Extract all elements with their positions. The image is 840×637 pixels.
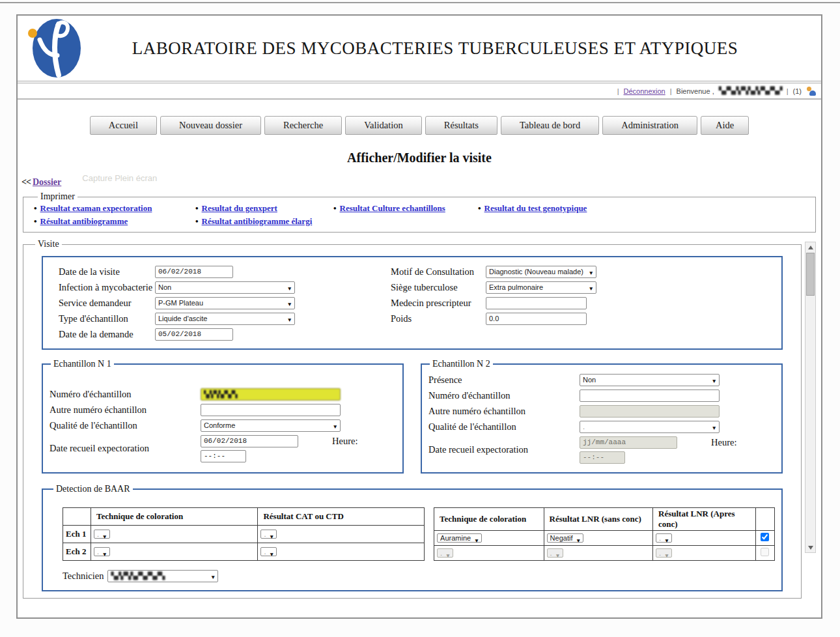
ech2-technique-lnr-select[interactable]: . (437, 548, 453, 558)
imprimer-fieldset: Imprimer Resultat examan expectoration R… (23, 191, 816, 233)
main-nav: Accueil Nouveau dossier Recherche Valida… (18, 116, 821, 135)
ech2-resultat-lnr-apres-select[interactable]: . (656, 548, 672, 558)
lab-title: LABORATOIRE DES MYCOBACTERIES TUBERCULEU… (88, 38, 821, 59)
print-link-antibiogramme-elargi[interactable]: Résultat antibiogramme élargi (202, 216, 313, 226)
visite-scrollbar[interactable] (805, 242, 816, 553)
ech2-numero-label: Numéro d'échantillon (428, 388, 580, 403)
ech2-qualite-select[interactable]: . (580, 421, 720, 433)
baar-header-technique-lnr: Technique de coloration (434, 508, 544, 531)
technicien-select[interactable]: ▚▞▞▚▚▞▚▞▚▞▚ (107, 570, 218, 582)
banner: LABORATOIRE DES MYCOBACTERIES TUBERCULEU… (18, 16, 821, 83)
ech2-qualite-select-value: . (583, 423, 585, 431)
print-link-item: Resultat Culture echantillons (333, 203, 478, 214)
echantillon-1-form: Numéro d'échantillon Autre numéro échant… (49, 386, 393, 463)
infection-select[interactable]: Non (155, 281, 295, 294)
baar-row-ech2-lnr: . . . (434, 546, 775, 561)
ech2-technique-cat-select[interactable]: . (94, 547, 110, 556)
ech1-autre-numero-label: Autre numéro échantillon (49, 402, 201, 418)
tab-nouveau-dossier[interactable]: Nouveau dossier (160, 116, 261, 135)
ech2-date-recueil-label: Date recueil expectoration (428, 442, 580, 457)
print-link-antibiogramme[interactable]: Résultat antibiogramme (40, 216, 128, 226)
logged-in-user-redacted: ▚▞▚▞▞▚▚▞▞▚▞▚▞ (719, 87, 782, 95)
ech2-resultat-cat-select[interactable]: . (260, 547, 277, 556)
ech1-date-recueil-input[interactable] (201, 435, 298, 447)
ech1-resultat-lnr-apres-select[interactable]: . (656, 533, 672, 543)
ech1-qualite-label: Qualité de l'échantillon (49, 418, 201, 433)
window-top-divider (0, 2, 840, 3)
technicien-row: Technicien ▚▞▞▚▚▞▚▞▚▞▚ (63, 570, 775, 582)
ech1-qualite-select-value: Conforme (204, 421, 235, 429)
siege-tuberculose-select[interactable]: Extra pulmonaire (486, 281, 596, 294)
siege-tuberculose-select-value: Extra pulmonaire (489, 283, 543, 291)
print-link-item: Résultat antibiogramme (34, 216, 195, 227)
technicien-select-value: ▚▞▞▚▚▞▚▞▚▞▚ (111, 572, 164, 580)
baar-header-resultat-cat: Résultat CAT ou CTD (258, 508, 425, 526)
poids-input[interactable] (486, 313, 587, 325)
ech2-heure-input (580, 451, 625, 464)
service-demandeur-select-value: P-GM Plateau (158, 299, 203, 307)
tab-administration[interactable]: Administration (602, 116, 697, 135)
logout-link[interactable]: Déconnexion (624, 87, 665, 95)
print-link-test-genotypique[interactable]: Resultat du test genotypique (484, 203, 587, 213)
ech1-technique-cat-value: . (97, 530, 99, 538)
type-echantillon-select[interactable]: Liquide d'ascite (155, 313, 295, 325)
ech1-heure-input[interactable] (201, 450, 246, 462)
date-demande-input[interactable] (155, 328, 233, 341)
baar-row-ech2: Ech 2 . . (63, 543, 425, 561)
separator: | (670, 87, 672, 95)
ech1-validate-checkbox[interactable] (761, 533, 769, 541)
tab-recherche[interactable]: Recherche (264, 116, 342, 135)
print-link-examen-expectoration[interactable]: Resultat examan expectoration (40, 203, 152, 213)
echantillon-2-fieldset: Echantillon N 2 Présence Non Numéro d'éc… (421, 359, 783, 474)
echantillon-2-legend: Echantillon N 2 (430, 359, 493, 369)
ech2-numero-input[interactable] (580, 389, 720, 402)
medecin-prescripteur-input[interactable] (486, 297, 587, 309)
ech2-resultat-lnr-sans-select[interactable]: . (547, 548, 563, 558)
tab-tableau-de-bord[interactable]: Tableau de bord (501, 116, 599, 135)
detection-baar-legend: Detection de BAAR (53, 484, 133, 494)
ech2-presence-select[interactable]: Non (580, 374, 720, 386)
tab-aide[interactable]: Aide (701, 116, 749, 135)
date-visite-input[interactable] (155, 266, 233, 278)
scroll-down-button[interactable] (805, 543, 815, 552)
print-link-item: Resultat du genxpert (195, 203, 333, 214)
tab-resultats[interactable]: Résultats (425, 116, 497, 135)
scroll-up-button[interactable] (805, 242, 815, 252)
motif-consultation-label: Motif de Consultation (391, 264, 486, 279)
print-link-genxpert[interactable]: Resultat du genxpert (202, 203, 277, 213)
ech1-heure-label: Heure: (332, 436, 357, 447)
motif-consultation-select[interactable]: Diagnostic (Nouveau malade) (486, 266, 596, 278)
visite-fieldset: Visite Date de la visite Infection à myc… (23, 239, 802, 599)
baar-header-empty (63, 508, 91, 526)
print-link-culture-echantillons[interactable]: Resultat Culture echantillons (340, 203, 445, 213)
medecin-prescripteur-label: Medecin prescripteur (391, 295, 486, 311)
ech2-technique-lnr-value: . (440, 549, 442, 557)
detection-baar-fieldset: Detection de BAAR Technique de coloratio… (42, 484, 783, 591)
back-to-dossier-link[interactable]: Dossier (33, 177, 61, 188)
type-echantillon-label: Type d'échantillon (59, 311, 155, 326)
date-visite-label: Date de la visite (59, 264, 155, 279)
date-demande-label: Date de la demande (59, 326, 155, 342)
ech1-resultat-lnr-sans-select[interactable]: Negatif (547, 533, 584, 543)
baar-header-lnr-apres-conc: Résultat LNR (Apres conc) (653, 508, 756, 531)
ech1-numero-input[interactable] (201, 388, 341, 401)
ech1-technique-lnr-select[interactable]: Auramine (437, 533, 482, 543)
imprimer-legend: Imprimer (38, 191, 77, 202)
separator: | (617, 87, 619, 95)
ech1-resultat-cat-select[interactable]: . (260, 530, 277, 539)
print-link-item: Résultat antibiogramme élargi (195, 216, 333, 227)
tab-accueil[interactable]: Accueil (90, 116, 157, 135)
session-count-badge: (1) (793, 87, 802, 95)
user-bar: | Déconnexion | Bienvenue , ▚▞▚▞▞▚▚▞▞▚▞▚… (18, 83, 821, 100)
visite-right-column: Motif de Consultation Diagnostic (Nouvea… (391, 264, 636, 342)
ech1-technique-cat-select[interactable]: . (94, 530, 110, 539)
ech1-autre-numero-input[interactable] (201, 404, 341, 416)
echantillons-row: Echantillon N 1 Numéro d'échantillon Aut… (42, 359, 783, 474)
baar-header-technique-cat: Technique de coloration (91, 508, 257, 526)
user-icon[interactable] (806, 87, 816, 96)
scrollbar-thumb[interactable] (806, 253, 815, 296)
siege-tuberculose-label: Siège tuberculose (391, 279, 486, 295)
ech1-qualite-select[interactable]: Conforme (201, 419, 341, 432)
tab-validation[interactable]: Validation (345, 116, 422, 135)
service-demandeur-select[interactable]: P-GM Plateau (155, 297, 295, 309)
